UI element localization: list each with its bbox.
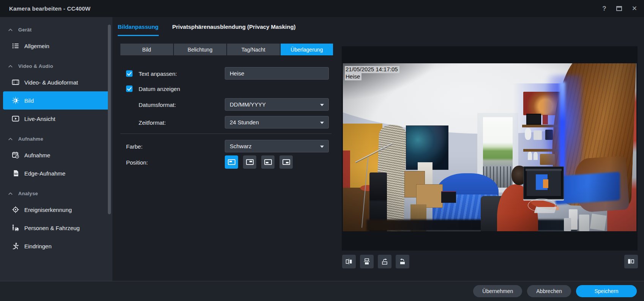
section-label: Analyse — [18, 191, 38, 196]
position-bottom-left-button[interactable] — [261, 155, 275, 169]
subtab-bild[interactable]: Bild — [120, 44, 173, 55]
sidebar-item-allgemein[interactable]: Allgemein — [3, 37, 109, 55]
cancel-button[interactable]: Abbrechen — [527, 285, 571, 297]
maximize-icon[interactable] — [616, 6, 622, 11]
rotate-right-button[interactable] — [378, 255, 391, 268]
farbe-row: Farbe: Schwarz — [112, 140, 340, 153]
rotate-left-icon — [399, 258, 406, 265]
tab-bildanpassung[interactable]: Bildanpassung — [118, 24, 159, 36]
chevron-down-icon — [320, 146, 324, 148]
sidebar-item-label: Personen & Fahrzeug — [24, 225, 80, 231]
preview-toolbar — [342, 255, 409, 268]
tab-privacy-masking[interactable]: Privatsphärenausblendung (Privacy Maskin… — [172, 24, 296, 36]
chevron-up-icon — [8, 63, 13, 69]
position-label: Position: — [126, 159, 148, 165]
datum-anzeigen-checkbox[interactable] — [126, 85, 133, 92]
sidebar-item-edge-aufnahme[interactable]: SD Edge-Aufnahme — [3, 164, 109, 182]
chevron-down-icon — [320, 122, 324, 124]
running-person-icon — [11, 242, 20, 250]
apply-button[interactable]: Übernehmen — [473, 285, 522, 297]
svg-text:SD: SD — [14, 172, 18, 175]
subtab-tag-nacht[interactable]: Tag/Nacht — [227, 44, 280, 55]
position-top-right-button[interactable] — [243, 155, 256, 169]
overlay-text-input[interactable] — [225, 67, 329, 80]
sidebar-item-bild[interactable]: Bild — [3, 91, 109, 110]
position-row: Position: — [112, 155, 340, 169]
chevron-up-icon — [8, 136, 13, 142]
osd-custom-text: Heise — [345, 73, 361, 80]
farbe-value: Schwarz — [230, 143, 252, 149]
sidebar-section-aufnahme[interactable]: Aufnahme — [0, 132, 112, 146]
zeitformat-value: 24 Stunden — [230, 119, 259, 125]
sidebar-item-label: Live-Ansicht — [24, 116, 55, 122]
chevron-down-icon — [320, 104, 324, 106]
sidebar-item-aufnahme[interactable]: Aufnahme — [3, 146, 109, 164]
footer-bar: Übernehmen Abbrechen Speichern — [0, 281, 644, 301]
target-icon — [11, 206, 20, 213]
close-icon[interactable]: ✕ — [632, 5, 637, 13]
flip-vertical-button[interactable] — [360, 255, 374, 268]
sidebar-section-analyse[interactable]: Analyse — [0, 186, 112, 201]
farbe-dropdown[interactable]: Schwarz — [225, 140, 329, 152]
sidebar-item-ereigniserkennung[interactable]: Ereigniserkennung — [3, 201, 109, 219]
position-bottom-right-icon — [283, 159, 290, 165]
subtab-ueberlagerung[interactable]: Überlagerung — [281, 44, 333, 55]
live-view-icon — [11, 115, 20, 122]
rotate-left-button[interactable] — [396, 255, 409, 268]
sidebar-item-label: Ereigniserkennung — [24, 207, 72, 213]
zeitformat-row: Zeitformat: 24 Stunden — [112, 116, 340, 129]
sidebar-item-personen-fahrzeug[interactable]: Personen & Fahrzeug — [3, 219, 109, 237]
flip-vertical-icon — [363, 258, 371, 265]
datum-anzeigen-label: Datum anzeigen — [139, 85, 180, 92]
sidebar-item-live-ansicht[interactable]: Live-Ansicht — [3, 110, 109, 128]
main-content: Bildanpassung Privatsphärenausblendung (… — [112, 17, 644, 281]
compare-view-button[interactable] — [624, 255, 638, 268]
help-icon[interactable]: ? — [602, 5, 606, 13]
rotate-right-icon — [381, 258, 388, 265]
position-top-left-icon — [228, 159, 235, 165]
section-label: Video & Audio — [18, 63, 53, 69]
text-anpassen-row: Text anpassen: — [112, 67, 340, 80]
sidebar-item-label: Edge-Aufnahme — [24, 170, 65, 177]
position-bottom-left-icon — [264, 159, 272, 165]
save-button[interactable]: Speichern — [576, 285, 637, 297]
list-icon — [11, 42, 20, 50]
title-bar: Kamera bearbeiten - CC400W ? ✕ — [0, 0, 644, 17]
camera-preview-pane: 21/05/2025 14:17:05 Heise — [342, 46, 638, 251]
filmstrip-icon — [11, 78, 20, 86]
sidebar-item-label: Video- & Audioformat — [24, 79, 78, 86]
sidebar-item-video-audioformat[interactable]: Video- & Audioformat — [3, 73, 109, 91]
camera-preview-image: 21/05/2025 14:17:05 Heise — [343, 63, 636, 231]
datumsformat-label: Datumsformat: — [139, 101, 176, 108]
position-top-left-button[interactable] — [225, 155, 238, 169]
sidebar-item-label: Eindringen — [24, 243, 52, 249]
form-divider — [120, 133, 331, 134]
datumsformat-row: Datumsformat: DD/MM/YYYY — [112, 98, 340, 111]
zeitformat-dropdown[interactable]: 24 Stunden — [225, 116, 329, 129]
section-label: Aufnahme — [18, 136, 43, 142]
sd-card-icon: SD — [11, 169, 20, 177]
flip-horizontal-icon — [345, 258, 353, 265]
osd-overlay: 21/05/2025 14:17:05 Heise — [345, 66, 399, 80]
farbe-label: Farbe: — [126, 143, 142, 149]
subtab-belichtung[interactable]: Belichtung — [174, 44, 227, 55]
text-anpassen-checkbox[interactable] — [126, 70, 133, 77]
sidebar-item-label: Aufnahme — [24, 152, 50, 158]
sidebar-section-video-audio[interactable]: Video & Audio — [0, 59, 112, 73]
sidebar-item-label: Bild — [24, 97, 34, 104]
sidebar-item-eindringen[interactable]: Eindringen — [3, 237, 109, 255]
sidebar-scrollbar[interactable] — [108, 25, 111, 214]
camera-edit-dialog: Kamera bearbeiten - CC400W ? ✕ Gerät All… — [0, 0, 644, 301]
position-bottom-right-button[interactable] — [279, 155, 293, 169]
flip-horizontal-button[interactable] — [342, 255, 356, 268]
datumsformat-value: DD/MM/YYYY — [230, 101, 266, 108]
sidebar-section-geraet[interactable]: Gerät — [0, 22, 112, 37]
sidebar-item-label: Allgemein — [24, 43, 49, 49]
dialog-title: Kamera bearbeiten - CC400W — [9, 5, 90, 12]
chevron-up-icon — [8, 27, 13, 33]
datumsformat-dropdown[interactable]: DD/MM/YYYY — [225, 98, 329, 111]
chevron-up-icon — [8, 191, 13, 196]
subtab-bar: Bild Belichtung Tag/Nacht Überlagerung — [120, 44, 333, 55]
datum-anzeigen-row: Datum anzeigen — [112, 82, 340, 95]
brightness-icon — [11, 97, 20, 104]
